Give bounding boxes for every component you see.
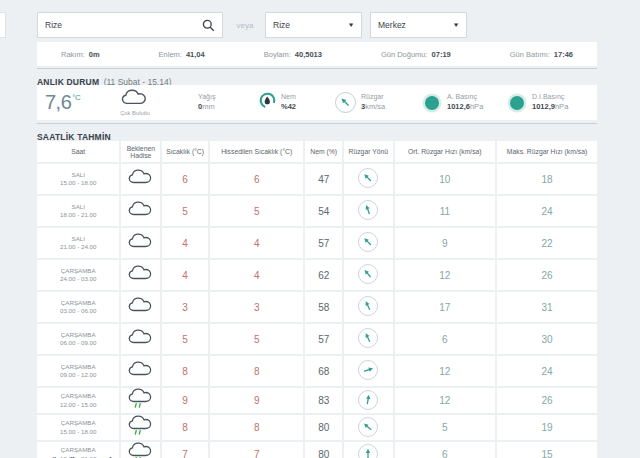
max-wind-speed-cell: 26 <box>497 388 597 413</box>
temperature-cell: 9 <box>162 388 208 413</box>
temperature-cell: 8 <box>162 415 208 440</box>
max-wind-speed-cell: 18 <box>497 164 597 194</box>
pressure-a-unit: hPa <box>470 102 483 111</box>
cut-off-element <box>0 12 6 38</box>
weather-condition-cell <box>121 442 160 458</box>
weather-condition-cell <box>121 324 160 354</box>
info-value: 07:19 <box>432 50 451 59</box>
wind-direction-cell <box>344 415 393 440</box>
info-label: Boylam: <box>264 50 291 59</box>
temperature-cell: 4 <box>162 228 208 258</box>
wind-direction-icon <box>335 92 356 113</box>
wind-direction-icon <box>358 168 378 188</box>
pressure-di-unit: hPa <box>555 102 568 111</box>
pressure-di-value: 1012,9 <box>532 102 555 111</box>
avg-wind-speed-cell: 5 <box>395 415 495 440</box>
time-range-label: 12.00 - 15.00 <box>37 401 119 409</box>
current-pressure-actual: A. Basınç 1012,6hPa <box>422 85 483 120</box>
location-info-item: Boylam: 40,5013 <box>264 50 322 59</box>
condition-label: Çok Bulutlu <box>120 110 150 116</box>
district-select-value: Merkez <box>378 20 406 30</box>
rain-cloud-icon <box>128 442 154 458</box>
table-header-row: SaatBeklenen HadiseSıcaklık (°C)Hissedil… <box>37 141 597 162</box>
district-select[interactable]: Merkez ▼ <box>370 12 467 38</box>
info-label: Rakım: <box>61 50 85 59</box>
column-header: Rüzgar Yönü <box>344 141 393 162</box>
humidity-cell: 83 <box>305 388 342 413</box>
time-slot-cell: SALI 21.00 - 24.00 <box>37 228 119 258</box>
info-label: Gün Batımı: <box>510 50 550 59</box>
wind-direction-cell <box>344 260 393 290</box>
wind-direction-cell <box>344 196 393 226</box>
current-precipitation: Yağış 0mm <box>198 85 215 120</box>
info-label: Enlem: <box>159 50 182 59</box>
location-info-item: Gün Doğumu: 07:19 <box>381 50 451 59</box>
table-row: ÇARŞAMBA 09.00 - 12.00 8 8 68 <box>37 356 597 386</box>
table-row: ÇARŞAMBA 12.00 - 15.00 9 9 83 <box>37 388 597 413</box>
wind-direction-icon <box>358 200 378 220</box>
info-value: 41,04 <box>186 50 205 59</box>
info-value: 40,5013 <box>295 50 322 59</box>
temperature-unit: °C <box>72 93 80 102</box>
wind-direction-icon <box>358 232 378 252</box>
wind-direction-cell <box>344 442 393 458</box>
search-input[interactable] <box>45 20 202 30</box>
temperature-cell: 8 <box>162 356 208 386</box>
province-select[interactable]: Rize ▼ <box>265 12 362 38</box>
wind-direction-icon <box>358 328 378 348</box>
hourly-forecast-table: SaatBeklenen HadiseSıcaklık (°C)Hissedil… <box>35 139 599 458</box>
daily-section-heading: 5 GÜNLÜK TAHMİN <box>37 451 118 458</box>
column-header: Maks. Rüzgar Hızı (km/sa) <box>497 141 597 162</box>
day-label: ÇARŞAMBA <box>37 419 119 427</box>
feels-like-cell: 5 <box>210 324 303 354</box>
wind-direction-cell <box>344 388 393 413</box>
search-icon[interactable] <box>202 19 215 32</box>
table-row: ÇARŞAMBA 18.00 - 21.00 7 7 80 <box>37 442 597 458</box>
search-box <box>37 12 223 38</box>
humidity-cell: 54 <box>305 196 342 226</box>
cloud-icon <box>128 265 154 290</box>
table-row: SALI 18.00 - 21.00 5 5 54 <box>37 196 597 226</box>
avg-wind-speed-cell: 12 <box>395 260 495 290</box>
weather-condition-cell <box>121 415 160 440</box>
rain-cloud-icon <box>128 415 154 440</box>
humidity-cell: 68 <box>305 356 342 386</box>
feels-like-cell: 9 <box>210 388 303 413</box>
weather-condition-cell <box>121 164 160 194</box>
wind-label: Rüzgar <box>361 93 385 102</box>
wind-direction-cell <box>344 292 393 322</box>
temperature-value: 7,6 <box>45 91 71 113</box>
column-header: Saat <box>37 141 119 162</box>
avg-wind-speed-cell: 6 <box>395 442 495 458</box>
weather-condition-cell <box>121 356 160 386</box>
day-label: SALI <box>37 171 119 179</box>
day-label: SALI <box>37 235 119 243</box>
feels-like-cell: 5 <box>210 196 303 226</box>
province-select-value: Rize <box>273 20 290 30</box>
temperature-cell: 3 <box>162 292 208 322</box>
time-slot-cell: ÇARŞAMBA 24.00 - 03.00 <box>37 260 119 290</box>
time-slot-cell: SALI 18.00 - 21.00 <box>37 196 119 226</box>
day-label: ÇARŞAMBA <box>37 392 119 400</box>
column-header: Nem (%) <box>305 141 342 162</box>
location-info-bar: Rakım: 0m Enlem: 41,04 Boylam: 40,5013 G… <box>37 42 597 66</box>
precipitation-unit: mm <box>202 102 215 111</box>
wind-direction-icon <box>358 360 378 380</box>
avg-wind-speed-cell: 12 <box>395 356 495 386</box>
temperature-cell: 5 <box>162 196 208 226</box>
max-wind-speed-cell: 30 <box>497 324 597 354</box>
current-wind: Rüzgar 3km/sa <box>335 85 385 120</box>
column-header: Beklenen Hadise <box>121 141 160 162</box>
time-range-label: 03.00 - 06.00 <box>37 307 119 315</box>
feels-like-cell: 3 <box>210 292 303 322</box>
feels-like-cell: 7 <box>210 442 303 458</box>
humidity-cell: 80 <box>305 442 342 458</box>
day-label: ÇARŞAMBA <box>37 267 119 275</box>
column-header: Ort. Rüzgar Hızı (km/sa) <box>395 141 495 162</box>
info-value: 0m <box>89 50 100 59</box>
location-info-item: Enlem: 41,04 <box>159 50 205 59</box>
max-wind-speed-cell: 15 <box>497 442 597 458</box>
top-search-bar: veya Rize ▼ Merkez ▼ <box>37 12 475 38</box>
cloud-icon <box>121 89 149 109</box>
avg-wind-speed-cell: 11 <box>395 196 495 226</box>
